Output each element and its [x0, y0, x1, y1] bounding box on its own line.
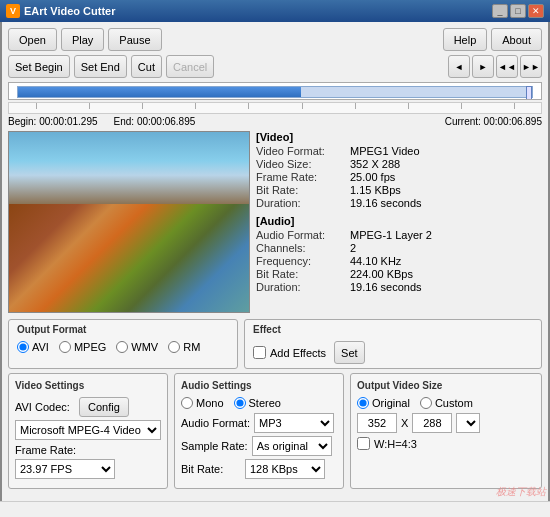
width-input[interactable]: 352 — [357, 413, 397, 433]
pause-button[interactable]: Pause — [108, 28, 161, 51]
video-format-value: MPEG1 Video — [350, 145, 420, 157]
play-button[interactable]: Play — [61, 28, 104, 51]
effect-title: Effect — [253, 324, 533, 335]
mono-label: Mono — [196, 397, 224, 409]
close-button[interactable]: ✕ — [528, 4, 544, 18]
framerate-select-row: 23.97 FPS — [15, 459, 161, 479]
status-bar — [0, 501, 550, 517]
video-duration-value: 19.16 seconds — [350, 197, 422, 209]
aspect-ratio-checkbox[interactable] — [357, 437, 370, 450]
maximize-button[interactable]: □ — [510, 4, 526, 18]
edit-controls: Set Begin Set End Cut Cancel — [8, 55, 214, 78]
video-settings-title: Video Settings — [15, 380, 161, 391]
video-format-row: Video Format: MPEG1 Video — [256, 145, 542, 157]
custom-size-option[interactable]: Custom — [420, 397, 473, 409]
original-size-label: Original — [372, 397, 410, 409]
width-spin[interactable]: ▲ — [456, 413, 480, 433]
audio-duration-value: 19.16 seconds — [350, 281, 422, 293]
window-controls: _ □ ✕ — [492, 4, 544, 18]
stereo-radio[interactable] — [234, 397, 246, 409]
watermark: 极速下载站 — [496, 485, 546, 499]
help-controls: Help About — [443, 28, 542, 51]
help-button[interactable]: Help — [443, 28, 488, 51]
sample-rate-label: Sample Rate: — [181, 440, 248, 452]
info-panel: [Video] Video Format: MPEG1 Video Video … — [256, 131, 542, 313]
format-avi-option[interactable]: AVI — [17, 341, 49, 353]
video-framerate-setting-label: Frame Rate: — [15, 444, 76, 456]
video-format-label: Video Format: — [256, 145, 346, 157]
audio-bitrate-select[interactable]: 128 KBps — [245, 459, 325, 479]
format-effect-row: Output Format AVI MPEG WMV — [8, 319, 542, 369]
add-effects-option[interactable]: Add Effects — [253, 346, 326, 359]
video-bitrate-value: 1.15 KBps — [350, 184, 401, 196]
time-labels-row: Begin: 00:00:01.295 End: 00:00:06.895 Cu… — [8, 116, 542, 127]
add-effects-checkbox[interactable] — [253, 346, 266, 359]
original-size-option[interactable]: Original — [357, 397, 410, 409]
cut-button[interactable]: Cut — [131, 55, 162, 78]
mono-option[interactable]: Mono — [181, 397, 224, 409]
about-button[interactable]: About — [491, 28, 542, 51]
audio-channels-row: Channels: 2 — [256, 242, 542, 254]
size-dimensions-row: 352 X 288 ▲ — [357, 413, 535, 433]
audio-mode-group: Mono Stereo — [181, 397, 337, 409]
height-input[interactable]: 288 — [412, 413, 452, 433]
format-rm-option[interactable]: RM — [168, 341, 200, 353]
mono-radio[interactable] — [181, 397, 193, 409]
format-mpeg-option[interactable]: MPEG — [59, 341, 106, 353]
aspect-ratio-label: W:H=4:3 — [374, 438, 417, 450]
effect-panel: Effect Add Effects Set — [244, 319, 542, 369]
set-end-button[interactable]: Set End — [74, 55, 127, 78]
audio-bitrate-value: 224.00 KBps — [350, 268, 413, 280]
minimize-button[interactable]: _ — [492, 4, 508, 18]
video-bitrate-row: Bit Rate: 1.15 KBps — [256, 184, 542, 196]
codec-select[interactable]: Microsoft MPEG-4 Video Cod — [15, 420, 161, 440]
output-format-panel: Output Format AVI MPEG WMV — [8, 319, 238, 369]
audio-frequency-value: 44.10 KHz — [350, 255, 401, 267]
cancel-button[interactable]: Cancel — [166, 55, 214, 78]
content-area: [Video] Video Format: MPEG1 Video Video … — [8, 131, 542, 313]
video-framerate-row: Frame Rate: 25.00 fps — [256, 171, 542, 183]
begin-time: Begin: 00:00:01.295 — [8, 116, 98, 127]
audio-format-row: Audio Format: MP3 — [181, 413, 337, 433]
audio-format-select[interactable]: MP3 — [254, 413, 334, 433]
audio-bitrate-row: Bit Rate: 224.00 KBps — [256, 268, 542, 280]
window-title: EArt Video Cutter — [24, 5, 115, 17]
audio-bitrate-setting-label: Bit Rate: — [181, 463, 241, 475]
format-wmv-radio[interactable] — [116, 341, 128, 353]
audio-settings-panel: Audio Settings Mono Stereo Audio Format:… — [174, 373, 344, 489]
custom-size-radio[interactable] — [420, 397, 432, 409]
current-time: Current: 00:00:06.895 — [195, 116, 542, 127]
format-rm-radio[interactable] — [168, 341, 180, 353]
format-avi-radio[interactable] — [17, 341, 29, 353]
format-wmv-option[interactable]: WMV — [116, 341, 158, 353]
audio-settings-title: Audio Settings — [181, 380, 337, 391]
rewind-button[interactable]: ◄◄ — [496, 55, 518, 78]
fast-forward-button[interactable]: ►► — [520, 55, 542, 78]
framerate-select[interactable]: 23.97 FPS — [15, 459, 115, 479]
audio-duration-row: Duration: 19.16 seconds — [256, 281, 542, 293]
main-window: Open Play Pause Help About Set Begin Set… — [0, 22, 550, 517]
config-button[interactable]: Config — [79, 397, 129, 417]
set-effects-button[interactable]: Set — [334, 341, 365, 364]
size-mode-group: Original Custom — [357, 397, 535, 409]
stereo-option[interactable]: Stereo — [234, 397, 281, 409]
original-size-radio[interactable] — [357, 397, 369, 409]
set-begin-button[interactable]: Set Begin — [8, 55, 70, 78]
prev-frame-button[interactable]: ◄ — [448, 55, 470, 78]
audio-bitrate-label: Bit Rate: — [256, 268, 346, 280]
next-frame-button[interactable]: ► — [472, 55, 494, 78]
effect-controls: Add Effects Set — [253, 341, 533, 364]
format-mpeg-radio[interactable] — [59, 341, 71, 353]
sample-rate-select[interactable]: As original — [252, 436, 332, 456]
audio-duration-label: Duration: — [256, 281, 346, 293]
open-button[interactable]: Open — [8, 28, 57, 51]
video-info-section: [Video] Video Format: MPEG1 Video Video … — [256, 131, 542, 209]
timeline-thumb[interactable] — [526, 86, 532, 100]
output-format-title: Output Format — [17, 324, 229, 335]
audio-format-row: Audio Format: MPEG-1 Layer 2 — [256, 229, 542, 241]
audio-channels-label: Channels: — [256, 242, 346, 254]
audio-format-setting-label: Audio Format: — [181, 417, 250, 429]
timeline-container[interactable] — [8, 82, 542, 100]
format-avi-label: AVI — [32, 341, 49, 353]
video-duration-label: Duration: — [256, 197, 346, 209]
